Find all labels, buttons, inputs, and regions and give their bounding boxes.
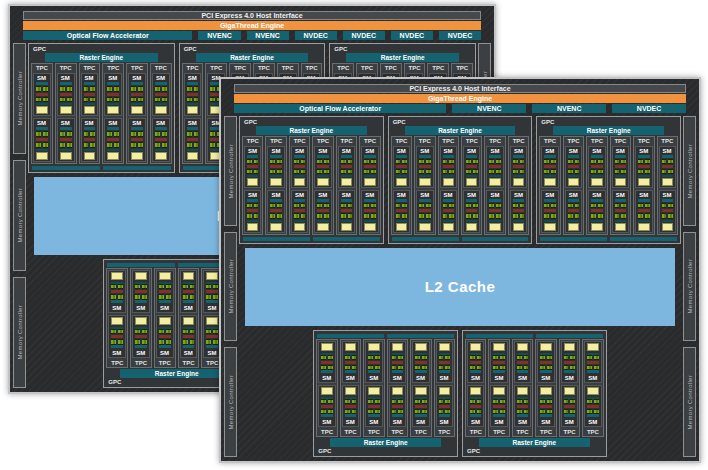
sm-register-bar [294, 209, 305, 212]
core-cell [371, 203, 376, 208]
sm-label: SM [468, 418, 483, 426]
sm-scheduler-bar [131, 127, 143, 130]
sm-block: SM [128, 118, 146, 161]
core-cell [419, 203, 424, 208]
sm-texture-bar [591, 178, 602, 186]
sm-core-grid [317, 213, 328, 218]
l2-cache-block: L2 Cache [245, 248, 675, 326]
sm-texture-bar [568, 178, 579, 186]
polymorph-bars [243, 237, 380, 241]
sm-register-bar [60, 138, 72, 141]
core-cell [615, 213, 620, 218]
memory-controller-column-right: Memory ControllerMemory ControllerMemory… [683, 116, 696, 457]
sm-register-bar [638, 209, 649, 212]
tpc-row: TPCSMSMTPCSMSMTPCSMSMTPCSMSMTPCSMSMTPCSM… [316, 339, 455, 438]
sm-texture-bar [591, 223, 602, 231]
sm-label: SM [129, 74, 145, 82]
sm-register-bar [84, 93, 96, 96]
core-cell [470, 355, 475, 360]
sm-cache-bar [662, 175, 673, 177]
sm-texture-bar [513, 223, 524, 231]
sm-register-bar [107, 138, 119, 141]
sm-texture-bar [443, 223, 454, 231]
core-cell [493, 399, 498, 404]
sm-texture-bar [564, 343, 575, 351]
sm-label: SM [585, 374, 600, 382]
sm-core-grid [615, 169, 626, 174]
core-cell [371, 213, 376, 218]
sm-cache-bar [513, 220, 524, 222]
sm-texture-bar [396, 223, 407, 231]
tpc-label: TPC [583, 428, 602, 436]
sm-label: SM [613, 191, 628, 199]
sm-texture-bar [568, 223, 579, 231]
core-cell [131, 142, 136, 148]
sm-label: SM [394, 191, 409, 199]
sm-texture-bar [415, 343, 426, 351]
tpc-block: TPCSMSM [340, 339, 361, 438]
sm-register-bar [439, 361, 450, 364]
sm-label: SM [157, 304, 173, 312]
tpc-label: TPC [206, 64, 226, 72]
core-cell [114, 131, 119, 137]
sm-label: SM [343, 418, 358, 426]
core-cell [84, 97, 89, 103]
sm-scheduler-bar [270, 199, 281, 202]
sm-label: SM [636, 147, 651, 155]
tpc-label: TPC [254, 64, 274, 72]
sm-core-grid [187, 97, 199, 103]
core-cell [324, 203, 329, 208]
core-cell [638, 169, 643, 174]
sm-texture-bar [587, 387, 598, 395]
sm-core-grid [419, 169, 430, 174]
sm-core-grid [294, 203, 305, 208]
sm-register-bar [36, 93, 48, 96]
core-cell [473, 169, 478, 174]
sm-core-grid [341, 203, 352, 208]
core-cell [668, 159, 673, 164]
tpc-block: TPCSMSM [336, 136, 357, 235]
tpc-label: TPC [658, 137, 677, 145]
sm-label: SM [319, 374, 334, 382]
sm-scheduler-bar [206, 300, 218, 303]
sm-cache-bar [247, 175, 258, 177]
tpc-label: TPC [415, 137, 434, 145]
memory-controller-bar: Memory Controller [13, 160, 26, 271]
sm-core-grid [489, 213, 500, 218]
core-cell [513, 203, 518, 208]
sm-core-grid [60, 131, 72, 137]
core-cell [107, 86, 112, 92]
sm-register-bar [294, 165, 305, 168]
tpc-block: TPCSMSM [126, 63, 148, 164]
sm-core-grid [544, 203, 555, 208]
sm-core-grid [489, 159, 500, 164]
sm-cache-bar [107, 149, 119, 151]
core-cell [155, 86, 160, 92]
sm-register-bar [662, 165, 673, 168]
sm-scheduler-bar [489, 199, 500, 202]
tpc-block: TPCSMSM [434, 339, 455, 438]
raster-engine-bar: Raster Engine [196, 53, 309, 62]
sm-register-bar [489, 165, 500, 168]
sm-core-grid [587, 399, 598, 404]
sm-scheduler-bar [155, 82, 167, 85]
sm-core-grid [247, 159, 258, 164]
sm-core-grid [396, 203, 407, 208]
sm-texture-bar [419, 178, 430, 186]
tpc-block: TPCSMSM [316, 339, 337, 438]
sm-core-grid [513, 159, 524, 164]
core-cell [443, 213, 448, 218]
core-cell [43, 142, 48, 148]
sm-register-bar [206, 290, 218, 293]
sm-core-grid [60, 97, 72, 103]
core-cell [270, 159, 275, 164]
sm-scheduler-bar [341, 199, 352, 202]
core-cell [166, 284, 171, 290]
sm-scheduler-bar [135, 300, 147, 303]
polymorph-bar [387, 334, 454, 338]
sm-texture-bar [466, 178, 477, 186]
sm-cache-bar [36, 103, 48, 105]
core-cell [301, 169, 306, 174]
core-cell [645, 203, 650, 208]
sm-label: SM [34, 119, 50, 127]
